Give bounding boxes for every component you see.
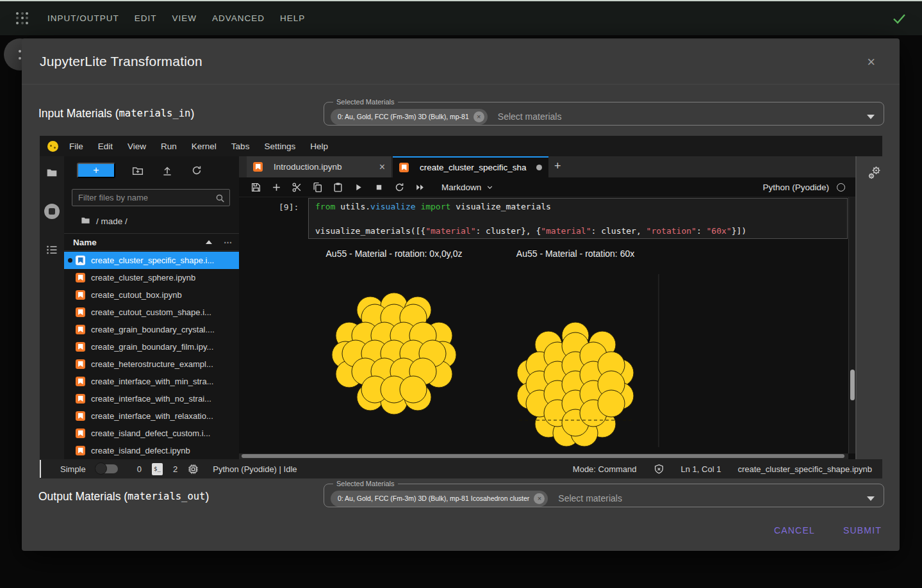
file-name: create_cluster_specific_shape.i...: [91, 256, 214, 265]
file-item[interactable]: create_cluster_sphere.ipynb: [64, 269, 239, 286]
jl-menu-help[interactable]: Help: [310, 142, 328, 151]
material-chip-label: 0: Au, Gold, FCC (Fm-3m) 3D (Bulk), mp-8…: [338, 113, 469, 120]
close-tab-icon[interactable]: ×: [379, 162, 385, 172]
save-icon[interactable]: [251, 182, 261, 193]
cancel-button[interactable]: CANCEL: [774, 525, 815, 535]
output-materials-select[interactable]: Selected Materials 0: Au, Gold, FCC (Fm-…: [324, 480, 884, 507]
file-item[interactable]: create_cluster_specific_shape.i...: [64, 252, 239, 269]
upload-icon[interactable]: [161, 165, 173, 179]
select-materials-placeholder: Select materials: [498, 111, 562, 122]
tab-introduction[interactable]: Introduction.ipynb ×: [247, 156, 392, 177]
selected-materials-legend: Selected Materials: [333, 99, 398, 105]
confirm-check-icon[interactable]: [890, 10, 908, 28]
cell-execution-prompt: [9]:: [279, 202, 299, 212]
restart-kernel-icon[interactable]: [394, 182, 405, 193]
name-column-header[interactable]: Name: [73, 238, 97, 247]
app-menu-edit[interactable]: EDIT: [135, 13, 157, 23]
chevron-down-icon: [486, 183, 494, 192]
jl-menu-file[interactable]: File: [69, 142, 83, 151]
material-chip[interactable]: 0: Au, Gold, FCC (Fm-3m) 3D (Bulk), mp-8…: [331, 109, 488, 125]
new-launcher-button[interactable]: +: [77, 163, 115, 178]
submit-button[interactable]: SUBMIT: [843, 525, 882, 535]
new-folder-icon[interactable]: [132, 165, 144, 179]
horizontal-scrollbar[interactable]: [239, 453, 848, 459]
scrollbar-thumb[interactable]: [850, 370, 855, 400]
stop-icon[interactable]: [374, 182, 384, 193]
filter-files-input[interactable]: [72, 190, 229, 206]
kernel-count[interactable]: 2: [173, 464, 177, 474]
app-menu-input-output[interactable]: INPUT/OUTPUT: [47, 13, 119, 23]
file-item[interactable]: create_interface_with_min_stra...: [64, 373, 239, 390]
new-tab-icon[interactable]: +: [554, 159, 561, 173]
settings-gears-icon[interactable]: [865, 164, 884, 183]
material-chip[interactable]: 0: Au, Gold, FCC (Fm-3m) 3D (Bulk), mp-8…: [331, 491, 548, 507]
notebook-file-icon: [76, 307, 85, 317]
dropdown-arrow-icon[interactable]: [867, 115, 875, 119]
cluster-visualization[interactable]: [239, 263, 857, 452]
tab-create-cluster-specific-shape[interactable]: create_cluster_specific_sha: [393, 156, 548, 177]
file-item[interactable]: create_heterostructure_exampl...: [64, 355, 239, 373]
remove-chip-icon[interactable]: ×: [534, 493, 545, 504]
breadcrumb-folder-icon[interactable]: [81, 215, 90, 227]
command-mode-indicator[interactable]: Mode: Command: [573, 464, 637, 474]
input-materials-select[interactable]: Selected Materials 0: Au, Gold, FCC (Fm-…: [324, 99, 884, 126]
refresh-files-icon[interactable]: [191, 165, 202, 179]
terminal-count[interactable]: 0: [137, 464, 142, 474]
paste-icon[interactable]: [333, 182, 343, 193]
file-item[interactable]: create_grain_boundary_film.ipy...: [64, 338, 239, 355]
jl-menu-edit[interactable]: Edit: [98, 142, 113, 151]
file-item[interactable]: create_grain_boundary_crystal....: [64, 321, 239, 338]
status-accent: [40, 460, 41, 478]
file-item[interactable]: create_cutout_custom_shape.i...: [64, 304, 239, 321]
jupyterlite-transformation-dialog: JupyterLite Transformation × Input Mater…: [22, 38, 900, 551]
file-browser-tab-icon[interactable]: [46, 167, 58, 181]
kernel-status-text[interactable]: Python (Pyodide) | Idle: [213, 464, 297, 474]
material-cluster-1[interactable]: [517, 322, 634, 446]
jl-menu-run[interactable]: Run: [161, 142, 177, 151]
jl-menu-settings[interactable]: Settings: [264, 142, 295, 151]
breadcrumb[interactable]: / made /: [81, 215, 128, 227]
file-list-header[interactable]: Name ⋯: [64, 233, 239, 251]
app-menu-view[interactable]: VIEW: [172, 13, 197, 23]
file-item[interactable]: create_island_defect.ipynb: [64, 442, 239, 459]
close-icon[interactable]: ×: [867, 55, 875, 69]
jl-menu-view[interactable]: View: [128, 142, 146, 151]
copy-icon[interactable]: [312, 182, 323, 193]
jl-menu-tabs[interactable]: Tabs: [231, 142, 250, 151]
code-cell-editor[interactable]: from utils.visualize import visualize_ma…: [308, 198, 848, 239]
add-cell-icon[interactable]: [271, 182, 282, 193]
dropdown-arrow-icon[interactable]: [867, 496, 875, 501]
run-all-icon[interactable]: [415, 182, 425, 193]
running-sessions-icon[interactable]: [44, 204, 60, 219]
output-materials-label: Output Materials (materials_out): [38, 484, 209, 509]
trust-shield-icon[interactable]: [654, 464, 664, 475]
cut-icon[interactable]: [292, 182, 302, 193]
file-item[interactable]: create_island_defect_custom.i...: [64, 425, 239, 442]
notebook-file-icon: [253, 162, 263, 172]
app-menu-help[interactable]: HELP: [280, 13, 305, 23]
toc-icon[interactable]: [45, 243, 58, 259]
apps-grid-icon[interactable]: [14, 10, 31, 27]
toggle-knob: [95, 462, 107, 475]
material-chip-label: 0: Au, Gold, FCC (Fm-3m) 3D (Bulk), mp-8…: [338, 494, 529, 502]
run-icon[interactable]: [353, 182, 364, 193]
scrollbar-thumb[interactable]: [242, 454, 844, 458]
material-cluster-0[interactable]: [332, 293, 456, 414]
cursor-position[interactable]: Ln 1, Col 1: [681, 464, 721, 474]
file-item[interactable]: create_interface_with_relaxatio...: [64, 407, 239, 425]
column-options-icon[interactable]: ⋯: [224, 238, 233, 247]
vertical-scrollbar[interactable]: [848, 197, 855, 453]
kernel-indicator[interactable]: Python (Pyodide): [762, 183, 849, 192]
input-materials-variable: materials_in: [119, 108, 190, 119]
remove-chip-icon[interactable]: ×: [473, 111, 484, 122]
jupyterlite-logo-icon: [47, 141, 58, 152]
app-menu-advanced[interactable]: ADVANCED: [212, 13, 265, 23]
file-item[interactable]: create_interface_with_no_strai...: [64, 390, 239, 407]
file-name: create_interface_with_min_stra...: [91, 377, 213, 386]
input-materials-label: Input Materials (materials_in): [38, 101, 194, 126]
file-item[interactable]: create_cutout_box.ipynb: [64, 286, 239, 304]
sort-ascending-icon[interactable]: [206, 240, 212, 244]
jl-menu-kernel[interactable]: Kernel: [192, 142, 217, 151]
simple-toggle[interactable]: [96, 464, 118, 473]
cell-type-dropdown[interactable]: Markdown: [441, 183, 494, 192]
